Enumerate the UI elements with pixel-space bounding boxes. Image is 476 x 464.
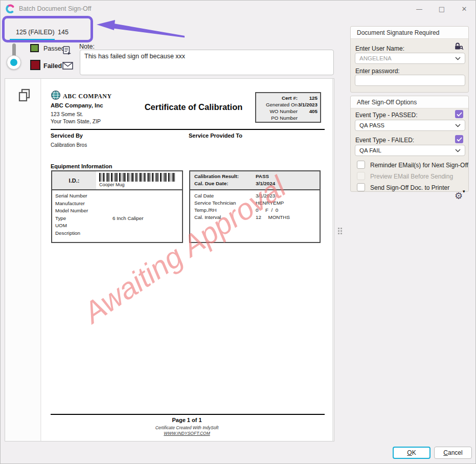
- failed-label: Failed: [43, 62, 62, 70]
- reminder-email-checkbox[interactable]: [357, 161, 365, 169]
- user-name-combobox[interactable]: ANGELENA: [355, 53, 465, 64]
- event-type-passed-checkbox[interactable]: [455, 110, 463, 118]
- id-value: Cooper Mug: [99, 182, 180, 187]
- uom-label: UOM: [55, 222, 112, 230]
- cal-date-value: 3/1/2023: [256, 192, 315, 200]
- generated-on-label: Generated On: [259, 101, 298, 108]
- passed-label: Passed: [43, 45, 65, 52]
- footer-divider: [51, 414, 325, 415]
- header-divider: [51, 129, 325, 130]
- type-label: Type: [55, 215, 112, 223]
- company-logo: ABC COMPANY: [51, 90, 112, 102]
- cancel-button[interactable]: Cancel: [434, 447, 472, 459]
- manufacturer-value: [112, 200, 179, 208]
- note-label: Note:: [79, 43, 95, 50]
- close-button[interactable]: ✕: [453, 1, 475, 17]
- window-title: Batch Document Sign-Off: [19, 5, 92, 12]
- pages-icon[interactable]: [17, 88, 32, 104]
- minimize-button[interactable]: —: [408, 1, 430, 17]
- event-type-failed-label: Event Type - FAILED:: [355, 137, 414, 144]
- generated-on-value: 3/1/2023: [298, 101, 318, 108]
- event-type-failed-value: QA FAIL: [359, 147, 381, 153]
- cancel-button-label: Cancel: [443, 449, 462, 456]
- window-controls: — □ ✕: [408, 1, 475, 17]
- lock-key-icon: [454, 42, 464, 53]
- calibration-result-box: Calibration Result:PASS Cal. Due Date:3/…: [189, 170, 321, 243]
- password-input[interactable]: [355, 75, 465, 86]
- footer-credit: Certificate Created With IndySoft: [41, 425, 332, 430]
- type-value: 6 Inch Caliper: [112, 215, 179, 223]
- enter-password-label: Enter password:: [355, 68, 400, 75]
- uom-value: [112, 222, 179, 230]
- batch-document-sign-off-window: Batch Document Sign-Off — □ ✕ 125 (FAILE…: [0, 0, 476, 464]
- page-thumbnail-strip: [5, 79, 41, 441]
- certificate-page: ABC COMPANY ABC Company, Inc 123 Some St…: [41, 79, 333, 441]
- cal-due-date-label: Cal. Due Date:: [194, 180, 256, 187]
- enter-user-name-label: Enter User Name:: [355, 45, 404, 52]
- globe-icon: [51, 90, 61, 102]
- model-number-value: [112, 207, 179, 215]
- chevron-down-icon: [455, 147, 461, 153]
- service-technician-value: HENRYEMP: [256, 200, 315, 207]
- chevron-down-icon: [455, 55, 461, 61]
- service-provided-to-label: Service Provided To: [189, 132, 242, 139]
- maximize-button[interactable]: □: [430, 1, 453, 17]
- certificate-title: Certificate of Calibration: [118, 102, 269, 112]
- wo-number-value: 405: [298, 108, 318, 115]
- app-logo-icon: [6, 4, 15, 13]
- zoom-slider-thumb[interactable]: [7, 55, 21, 70]
- send-to-printer-label: Send Sign-Off Doc. to Printer: [370, 184, 449, 191]
- chevron-down-icon: [455, 122, 461, 128]
- reminder-email-label: Reminder EMail(s) for Next Sign-Off: [370, 162, 468, 169]
- event-type-failed-combobox[interactable]: QA FAIL: [355, 145, 465, 156]
- options-panel-title: After Sign-Off Options: [351, 96, 468, 108]
- failed-color-swatch: [30, 60, 40, 70]
- id-label: I.D.:: [52, 171, 96, 189]
- preview-email-checkbox: [357, 172, 365, 180]
- company-address-1: 123 Some St.: [51, 111, 83, 117]
- event-type-passed-combobox[interactable]: QA PASS: [355, 120, 465, 131]
- footer-url: WWW.INDYSOFT.COM: [41, 431, 332, 436]
- ok-button[interactable]: OK: [393, 447, 430, 459]
- po-number-label: PO Number: [259, 115, 298, 121]
- passed-color-swatch: [30, 44, 39, 52]
- company-name: ABC Company, Inc: [51, 102, 103, 108]
- calibration-result-label: Calibration Result:: [194, 173, 256, 180]
- wo-number-label: WO Number: [259, 108, 298, 115]
- signature-panel-title: Document Signature Required: [351, 27, 468, 39]
- document-preview-pane: ABC COMPANY ABC Company, Inc 123 Some St…: [5, 78, 334, 441]
- event-type-passed-value: QA PASS: [359, 122, 384, 128]
- serviced-by-label: Serviced By: [51, 132, 83, 139]
- description-value: [112, 230, 179, 237]
- cert-number-label: Cert #:: [259, 95, 298, 101]
- preview-email-label: Preview EMail Before Sending: [370, 173, 453, 180]
- annotation-arrow: [96, 20, 187, 39]
- note-input[interactable]: This has failed sign off because xxx: [80, 50, 334, 75]
- po-number-value: [298, 115, 318, 121]
- cal-interval-label: Cal. Interval: [194, 214, 256, 221]
- temp-rh-label: Temp./RH: [194, 207, 256, 214]
- note-arrow-icon[interactable]: [63, 46, 72, 57]
- cert-info-box: Cert #: 125 Generated On 3/1/2023 WO Num…: [255, 92, 321, 123]
- equipment-information-header: Equipment Information: [51, 163, 112, 169]
- model-number-label: Model Number: [55, 207, 112, 215]
- cal-interval-value: 12 MONTHS: [256, 214, 315, 221]
- calibration-result-value: PASS: [256, 173, 315, 180]
- pane-splitter-grip[interactable]: [338, 228, 344, 236]
- service-technician-label: Service Technician: [194, 200, 256, 207]
- gear-icon: ⚙: [455, 190, 463, 201]
- serial-number-label: Serial Number: [55, 192, 112, 200]
- settings-gear-button[interactable]: ⚙ ▾: [455, 191, 468, 204]
- envelope-icon[interactable]: [62, 62, 73, 72]
- description-label: Description: [55, 230, 112, 237]
- send-to-printer-checkbox[interactable]: [357, 183, 365, 191]
- temp-rh-value: 0 F / 0: [256, 207, 315, 214]
- user-name-value: ANGELENA: [359, 55, 392, 61]
- cal-date-label: Cal Date: [194, 192, 256, 200]
- ok-button-label: OK: [407, 449, 416, 456]
- serial-number-value: [112, 192, 179, 200]
- titlebar: Batch Document Sign-Off — □ ✕: [1, 1, 475, 17]
- manufacturer-label: Manufacturer: [55, 200, 112, 208]
- event-type-passed-label: Event Type - PASSED:: [355, 112, 418, 119]
- event-type-failed-checkbox[interactable]: [455, 135, 463, 143]
